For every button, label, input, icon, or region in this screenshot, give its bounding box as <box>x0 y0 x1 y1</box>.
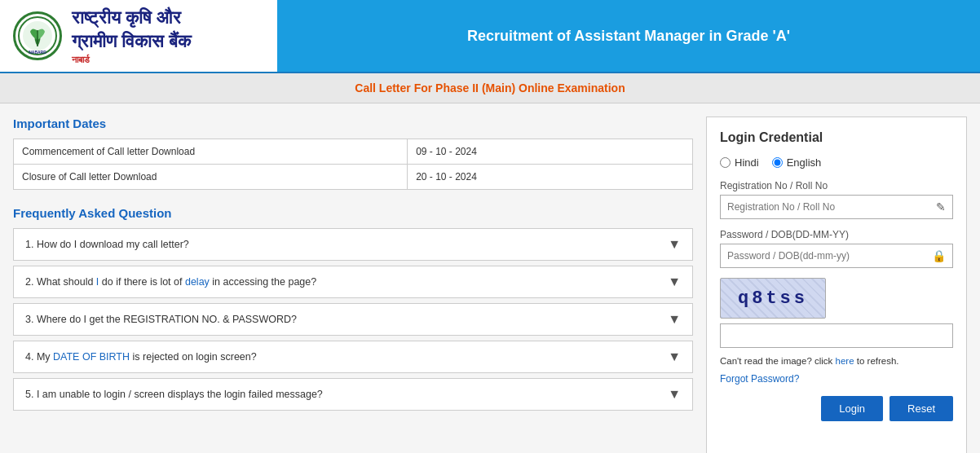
date-label-2: Closure of Call letter Download <box>14 165 408 190</box>
captcha-image: q8tss <box>720 278 826 319</box>
captcha-text: q8tss <box>738 288 808 309</box>
svg-text:NABARD: NABARD <box>29 50 46 55</box>
dates-table: Commencement of Call letter Download 09 … <box>13 139 693 190</box>
hindi-radio[interactable] <box>720 157 731 168</box>
login-title: Login Credential <box>720 130 953 145</box>
captcha-hint-text: Can't read the image? click <box>720 356 832 366</box>
important-dates-title: Important Dates <box>13 117 693 130</box>
date-label-1: Commencement of Call letter Download <box>14 139 408 165</box>
english-label: English <box>787 156 822 169</box>
faq-title: Frequently Asked Question <box>13 206 693 220</box>
login-panel: Login Credential Hindi English Registrat… <box>706 117 967 453</box>
logo-circle: NABARD <box>13 11 62 60</box>
table-row: Commencement of Call letter Download 09 … <box>14 139 693 165</box>
captcha-hint-suffix: to refresh. <box>857 356 899 366</box>
hindi-option[interactable]: Hindi <box>720 156 759 169</box>
sub-header: Call Letter For Phase II (Main) Online E… <box>0 73 980 103</box>
chevron-down-icon-1: ▼ <box>668 237 681 252</box>
logo-text: राष्ट्रीय कृषि और ग्रामीण विकास बैंक नाब… <box>72 7 191 65</box>
faq-item-3[interactable]: 3. Where do I get the REGISTRATION NO. &… <box>13 303 693 336</box>
faq-item-1[interactable]: 1. How do I download my call letter? ▼ <box>13 228 693 261</box>
reg-no-input[interactable] <box>721 196 929 218</box>
table-row: Closure of Call letter Download 20 - 10 … <box>14 165 693 190</box>
faq-text-3: 3. Where do I get the REGISTRATION NO. &… <box>25 314 297 325</box>
faq-item-2[interactable]: 2. What should I do if there is lot of d… <box>13 266 693 298</box>
faq-text-2: 2. What should I do if there is lot of d… <box>25 276 316 288</box>
page-header: NABARD राष्ट्रीय कृषि और ग्रामीण विकास ब… <box>0 0 980 73</box>
password-input[interactable] <box>721 244 925 267</box>
faq-text-5: 5. I am unable to login / screen display… <box>25 389 323 400</box>
password-label: Password / DOB(DD-MM-YY) <box>720 229 953 240</box>
sub-header-text: Call Letter For Phase II (Main) Online E… <box>355 81 625 95</box>
captcha-refresh-link[interactable]: here <box>836 356 857 366</box>
login-button[interactable]: Login <box>821 396 883 421</box>
header-title: Recruitment of Assistant Manager in Grad… <box>467 28 790 45</box>
lock-icon: 🔒 <box>925 244 952 267</box>
captcha-input[interactable] <box>720 323 953 348</box>
logo-section: NABARD राष्ट्रीय कृषि और ग्रामीण विकास ब… <box>0 0 277 72</box>
hindi-line2: ग्रामीण विकास बैंक <box>72 30 191 54</box>
english-radio[interactable] <box>772 157 783 168</box>
hindi-line1: राष्ट्रीय कृषि और <box>72 7 191 30</box>
chevron-down-icon-4: ▼ <box>668 350 681 364</box>
button-row: Login Reset <box>720 396 953 421</box>
reg-no-group: ✎ <box>720 195 953 219</box>
english-option[interactable]: English <box>772 156 822 169</box>
nabard-label: नाबार्ड <box>72 55 191 65</box>
chevron-down-icon-3: ▼ <box>668 312 681 327</box>
password-group: 🔒 <box>720 244 953 268</box>
left-panel: Important Dates Commencement of Call let… <box>13 117 693 453</box>
faq-item-4[interactable]: 4. My DATE OF BIRTH is rejected on login… <box>13 341 693 373</box>
reg-no-label: Registration No / Roll No <box>720 180 953 191</box>
chevron-down-icon-5: ▼ <box>668 387 681 402</box>
main-content: Important Dates Commencement of Call let… <box>0 103 980 453</box>
hindi-label: Hindi <box>735 156 759 169</box>
edit-icon: ✎ <box>929 196 952 218</box>
reset-button[interactable]: Reset <box>890 396 953 421</box>
date-value-2: 20 - 10 - 2024 <box>408 165 693 190</box>
language-row: Hindi English <box>720 156 953 169</box>
date-value-1: 09 - 10 - 2024 <box>408 139 693 165</box>
faq-item-5[interactable]: 5. I am unable to login / screen display… <box>13 378 693 411</box>
faq-text-1: 1. How do I download my call letter? <box>25 239 189 250</box>
header-title-section: Recruitment of Assistant Manager in Grad… <box>277 0 980 72</box>
forgot-password-link[interactable]: Forgot Password? <box>720 373 953 385</box>
faq-text-4: 4. My DATE OF BIRTH is rejected on login… <box>25 351 257 363</box>
chevron-down-icon-2: ▼ <box>668 275 681 289</box>
faq-section: 1. How do I download my call letter? ▼ 2… <box>13 228 693 411</box>
captcha-hint: Can't read the image? click here to refr… <box>720 354 953 368</box>
